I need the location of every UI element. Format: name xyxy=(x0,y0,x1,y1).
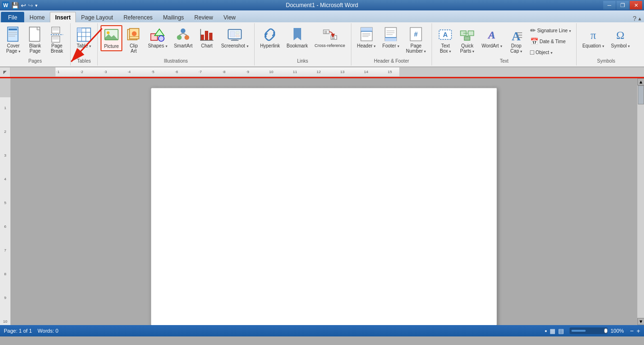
statusbar-right: ▪ ▦ ▤ 100% − + xyxy=(545,327,640,335)
screenshot-icon xyxy=(227,27,242,42)
picture-label: Picture xyxy=(104,44,119,49)
equation-btn[interactable]: π Equation ▾ xyxy=(580,25,607,50)
close-btn[interactable]: ✕ xyxy=(630,1,642,9)
shapes-label: Shapes ▾ xyxy=(148,43,167,48)
tab-page-layout[interactable]: Page Layout xyxy=(76,12,118,22)
tab-mailings[interactable]: Mailings xyxy=(158,12,189,22)
quick-redo-btn[interactable]: ↪ xyxy=(28,2,33,9)
svg-text:10: 10 xyxy=(269,70,274,74)
document-page[interactable] xyxy=(151,88,497,325)
symbol-label: Symbol ▾ xyxy=(611,43,630,48)
header-btn[interactable]: Header ▾ xyxy=(354,25,379,50)
scroll-up-btn[interactable]: ▲ xyxy=(637,78,644,85)
quick-customize-btn[interactable]: ▾ xyxy=(35,3,37,8)
page-number-btn[interactable]: # Page Number ▾ xyxy=(403,25,429,56)
clip-art-icon xyxy=(126,27,141,42)
header-label: Header ▾ xyxy=(357,43,376,48)
hyperlink-btn[interactable]: Hyperlink xyxy=(258,25,283,50)
cover-page-btn[interactable]: Cover Page ▾ xyxy=(3,25,24,56)
date-time-label: Date & Time xyxy=(540,39,566,44)
picture-btn[interactable]: Picture xyxy=(101,25,122,51)
tab-file[interactable]: File xyxy=(1,12,24,22)
group-text: A Text Box ▾ Quick Parts ▾ xyxy=(432,23,577,65)
view-reader-btn[interactable]: ▦ xyxy=(550,327,555,335)
page-break-btn[interactable]: Page Break xyxy=(46,25,67,56)
scroll-track[interactable] xyxy=(637,85,644,318)
symbol-icon: Ω xyxy=(613,27,628,42)
svg-rect-102 xyxy=(0,78,10,97)
tab-insert[interactable]: Insert xyxy=(50,12,76,22)
vertical-ruler: 1 2 3 4 5 6 7 8 9 10 xyxy=(0,78,10,325)
tab-home[interactable]: Home xyxy=(24,12,50,22)
footer-icon xyxy=(383,27,398,42)
zoom-slider[interactable] xyxy=(570,327,607,334)
svg-text:·8: ·8 xyxy=(222,70,226,74)
page-canvas[interactable] xyxy=(10,78,637,325)
header-icon xyxy=(359,27,374,42)
signature-line-icon: ✏ xyxy=(530,27,536,34)
object-icon: □ xyxy=(530,48,534,56)
smartart-btn[interactable]: SmartArt xyxy=(171,25,195,50)
svg-rect-84 xyxy=(10,67,55,76)
titlebar-controls: ─ ❐ ✕ xyxy=(603,1,642,9)
text-box-btn[interactable]: A Text Box ▾ xyxy=(435,25,456,56)
object-btn[interactable]: □ Object ▾ xyxy=(528,47,573,57)
scrollbar-right[interactable]: ▲ ▼ xyxy=(637,78,644,325)
quick-undo-btn[interactable]: ↩ xyxy=(21,2,26,9)
equation-label: Equation ▾ xyxy=(582,43,604,48)
tab-view[interactable]: View xyxy=(218,12,241,22)
drop-cap-btn[interactable]: A Drop Cap ▾ xyxy=(506,25,527,56)
svg-point-23 xyxy=(132,31,137,36)
svg-text:13: 13 xyxy=(340,70,345,74)
minimize-btn[interactable]: ─ xyxy=(603,1,616,9)
svg-rect-41 xyxy=(236,31,239,34)
svg-rect-35 xyxy=(209,33,212,40)
quick-parts-label2: Parts ▾ xyxy=(460,48,474,54)
zoom-in-btn[interactable]: + xyxy=(636,327,640,335)
minimize-ribbon-btn[interactable]: ▴ xyxy=(638,15,641,22)
bookmark-btn[interactable]: Bookmark xyxy=(284,25,311,50)
zoom-thumb[interactable] xyxy=(604,328,608,333)
zoom-out-btn[interactable]: − xyxy=(630,327,634,335)
signature-line-btn[interactable]: ✏ Signature Line ▾ xyxy=(528,25,573,36)
svg-point-30 xyxy=(184,35,189,40)
footer-label: Footer ▾ xyxy=(382,43,399,48)
clip-art-btn[interactable]: Clip Art xyxy=(123,25,144,56)
view-web-btn[interactable]: ▤ xyxy=(558,327,564,335)
links-group-label: Links xyxy=(257,57,349,65)
chart-btn[interactable]: Chart xyxy=(196,25,217,50)
shapes-icon xyxy=(150,27,165,42)
scroll-thumb[interactable] xyxy=(638,85,644,104)
help-btn[interactable]: ? xyxy=(633,15,636,22)
cover-page-label2: Page ▾ xyxy=(6,48,20,54)
wordart-btn[interactable]: A A WordArt ▾ xyxy=(478,25,505,50)
tab-review[interactable]: Review xyxy=(189,12,218,22)
hyperlink-label: Hyperlink xyxy=(260,43,280,48)
quick-parts-label: Quick xyxy=(461,43,474,48)
quick-parts-btn[interactable]: Quick Parts ▾ xyxy=(457,25,478,56)
svg-text:5: 5 xyxy=(4,201,7,205)
svg-rect-18 xyxy=(77,28,82,32)
symbol-btn[interactable]: Ω Symbol ▾ xyxy=(608,25,633,50)
chart-label: Chart xyxy=(201,43,212,48)
table-btn[interactable]: Table ▾ xyxy=(74,25,94,50)
table-label: Table ▾ xyxy=(77,43,92,48)
tab-references[interactable]: References xyxy=(118,12,157,22)
screenshot-btn[interactable]: Screenshot ▾ xyxy=(218,25,251,50)
object-label: Object ▾ xyxy=(535,50,552,55)
view-normal-btn[interactable]: ▪ xyxy=(545,327,547,335)
svg-text:A: A xyxy=(488,29,496,41)
ruler-corner: ◤ xyxy=(0,67,10,77)
svg-rect-44 xyxy=(231,40,239,41)
scroll-down-btn[interactable]: ▼ xyxy=(637,318,644,325)
blank-page-btn[interactable]: Blank Page xyxy=(25,25,46,56)
cross-reference-btn[interactable]: Cross-reference xyxy=(312,25,348,50)
footer-btn[interactable]: Footer ▾ xyxy=(379,25,402,50)
quick-save-btn[interactable]: 💾 xyxy=(11,2,19,9)
shapes-btn[interactable]: Shapes ▾ xyxy=(145,25,170,50)
date-time-btn[interactable]: 📅 Date & Time xyxy=(528,36,573,47)
restore-btn[interactable]: ❐ xyxy=(616,1,629,9)
svg-text:6: 6 xyxy=(4,224,7,229)
page-number-icon: # xyxy=(408,27,423,42)
svg-rect-34 xyxy=(205,31,208,40)
